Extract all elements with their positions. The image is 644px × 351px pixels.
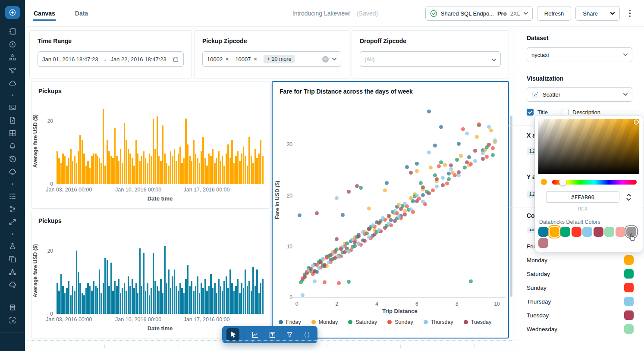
bar[interactable] — [74, 291, 75, 314]
bar[interactable] — [187, 144, 188, 184]
bar[interactable] — [172, 276, 173, 314]
bar[interactable] — [87, 283, 88, 314]
bar[interactable] — [99, 270, 100, 314]
scatter-point-saturday[interactable] — [447, 177, 451, 181]
zipcode-chip[interactable]: 10002✕ — [207, 56, 229, 63]
bar[interactable] — [199, 293, 200, 314]
bar[interactable] — [66, 166, 67, 184]
bar[interactable] — [176, 286, 177, 314]
pickup-zipcode-widget[interactable]: Pickup Zipcode 10002✕ 10007✕ + 10 more ✕ — [194, 30, 349, 78]
bar[interactable] — [191, 161, 192, 184]
bar[interactable] — [202, 288, 204, 314]
bar[interactable] — [60, 163, 62, 184]
sidebar-item-alerts[interactable] — [0, 140, 25, 153]
sidebar-item-data-transforms[interactable] — [0, 216, 25, 229]
scatter-point-saturday[interactable] — [455, 158, 459, 162]
scatter-point-sunday[interactable] — [469, 162, 473, 166]
bar[interactable] — [231, 283, 232, 314]
bar[interactable] — [89, 168, 91, 184]
series-color-swatch[interactable] — [624, 269, 634, 279]
bar[interactable] — [170, 288, 171, 314]
scatter-point-thursday[interactable] — [435, 185, 439, 188]
bar[interactable] — [104, 166, 106, 184]
bar[interactable] — [243, 288, 244, 314]
bar[interactable] — [251, 156, 252, 184]
bar[interactable] — [129, 154, 131, 184]
legend-item-monday[interactable]: Monday — [311, 319, 338, 325]
bar[interactable] — [143, 253, 144, 314]
bar[interactable] — [116, 286, 117, 314]
scatter-point-saturday[interactable] — [433, 173, 437, 177]
chevron-down-icon[interactable] — [332, 58, 336, 60]
select-pointer-button[interactable] — [226, 328, 239, 341]
new-button[interactable] — [5, 6, 20, 19]
scatter-point-thursday[interactable] — [409, 207, 413, 211]
bar[interactable] — [135, 283, 137, 314]
bar[interactable] — [239, 161, 240, 184]
bar[interactable] — [216, 158, 217, 184]
bar[interactable] — [206, 166, 207, 184]
bar[interactable] — [110, 156, 112, 184]
bar[interactable] — [202, 137, 204, 184]
add-visualization-button[interactable] — [248, 328, 261, 341]
sidebar-item-partner-connect[interactable] — [0, 314, 25, 327]
sidebar-item-job-runs[interactable] — [0, 190, 25, 203]
bar[interactable] — [108, 286, 110, 314]
bar[interactable] — [82, 293, 83, 314]
bar[interactable] — [179, 283, 181, 314]
scatter-point-tuesday[interactable] — [357, 235, 361, 238]
bar[interactable] — [166, 163, 167, 184]
remove-chip-icon[interactable]: ✕ — [254, 56, 258, 62]
bar[interactable] — [229, 270, 231, 314]
scatter-point-thursday[interactable] — [327, 260, 331, 264]
bar[interactable] — [160, 161, 161, 184]
scatter-point-tuesday[interactable] — [449, 163, 453, 167]
bar[interactable] — [78, 272, 79, 314]
bar[interactable] — [229, 158, 231, 184]
scatter-point-friday[interactable] — [439, 125, 443, 129]
stepper-down-icon[interactable] — [626, 198, 631, 201]
bar[interactable] — [157, 116, 158, 184]
bar[interactable] — [126, 140, 127, 184]
scatter-point-monday[interactable] — [443, 163, 447, 167]
scatter-point-thursday[interactable] — [487, 125, 491, 129]
bar[interactable] — [191, 281, 192, 314]
scatter-point-tuesday[interactable] — [441, 183, 445, 187]
bar[interactable] — [210, 274, 211, 314]
bar[interactable] — [128, 276, 129, 314]
bar[interactable] — [147, 163, 148, 184]
scatter-point-saturday[interactable] — [491, 153, 495, 157]
pickup-zipcode-input[interactable]: 10002✕ 10007✕ + 10 more ✕ — [202, 51, 341, 67]
bar[interactable] — [114, 281, 116, 314]
bar[interactable] — [153, 119, 154, 184]
scatter-point-thursday[interactable] — [441, 176, 445, 180]
bar[interactable] — [97, 288, 98, 314]
bar[interactable] — [58, 158, 60, 184]
scatter-point-saturday[interactable] — [463, 166, 467, 169]
bar[interactable] — [197, 158, 198, 184]
bar[interactable] — [147, 283, 148, 314]
bar[interactable] — [248, 281, 250, 314]
saturation-gradient-area[interactable] — [538, 119, 639, 174]
bar[interactable] — [227, 288, 229, 314]
scatter-point-saturday[interactable] — [469, 279, 473, 283]
bar[interactable] — [66, 288, 67, 314]
scatter-point-monday[interactable] — [409, 196, 413, 200]
bar[interactable] — [258, 293, 260, 314]
scatter-point-tuesday[interactable] — [415, 199, 419, 203]
scatter-point-monday[interactable] — [397, 203, 401, 207]
bar[interactable] — [256, 270, 258, 314]
bar[interactable] — [178, 154, 179, 184]
bar[interactable] — [208, 154, 210, 184]
bar[interactable] — [129, 286, 131, 314]
clear-all-icon[interactable]: ✕ — [322, 56, 329, 63]
description-checkbox[interactable] — [562, 109, 569, 116]
zipcode-chip[interactable]: 10007✕ — [235, 56, 257, 63]
bar[interactable] — [83, 295, 85, 314]
bar[interactable] — [243, 147, 244, 184]
scatter-point-tuesday[interactable] — [329, 253, 333, 257]
bar[interactable] — [68, 281, 69, 314]
scatter-point-monday[interactable] — [429, 166, 433, 169]
bar[interactable] — [245, 156, 246, 184]
bar[interactable] — [183, 293, 185, 314]
